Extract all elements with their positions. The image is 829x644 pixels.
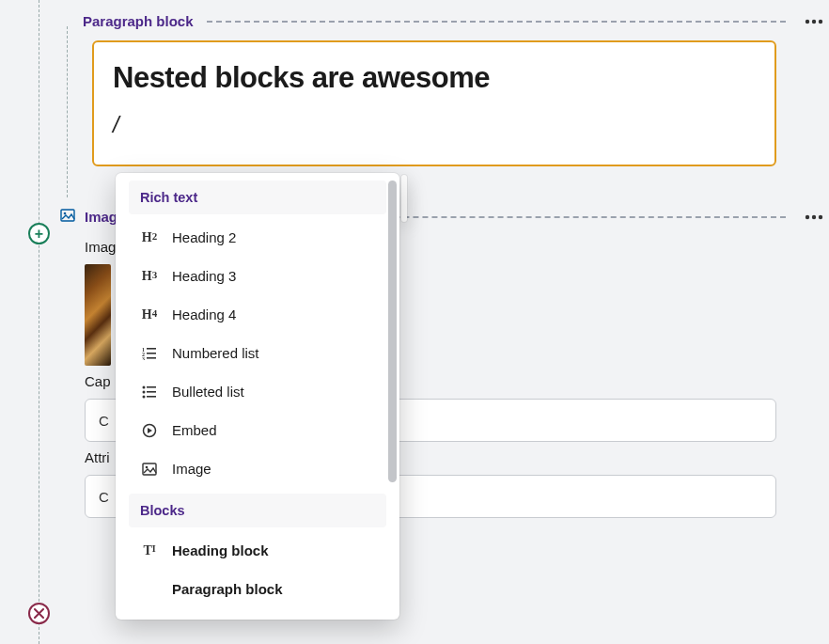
attribution-input-value: C [99,489,109,505]
close-icon [34,608,44,619]
svg-point-16 [143,390,146,393]
menu-item-heading-4[interactable]: H4 Heading 4 [116,295,399,334]
popover-shadow [401,175,407,222]
menu-item-label: Heading 2 [172,229,236,245]
image-block-title: Imag [85,209,117,225]
svg-text:3: 3 [142,356,145,360]
more-horizontal-icon [805,19,823,24]
slash-command-input[interactable]: / [113,112,756,138]
paragraph-block-title: Paragraph block [83,13,194,29]
svg-point-14 [143,385,146,388]
slash-command-menu: Rich text H2 Heading 2 H3 Heading 3 H4 H… [116,173,399,620]
block-actions-button[interactable] [799,211,829,224]
more-horizontal-icon [805,214,823,220]
menu-item-numbered-list[interactable]: 123 Numbered list [116,334,399,372]
menu-section-blocks: Blocks [129,494,386,527]
image-icon [140,462,159,477]
svg-point-4 [64,212,67,215]
h4-icon: H4 [140,307,159,322]
menu-item-label: Bulleted list [172,384,244,400]
numbered-list-icon: 123 [140,347,159,360]
svg-point-0 [806,19,809,23]
menu-item-label: Heading block [172,542,269,558]
image-thumbnail[interactable] [85,264,111,366]
svg-point-7 [819,214,822,218]
menu-item-paragraph-block[interactable]: Paragraph block [116,570,399,608]
svg-point-22 [146,465,149,468]
scrollbar-thumb[interactable] [388,181,397,482]
svg-point-6 [812,214,816,218]
paragraph-block-header[interactable]: Paragraph block [83,13,829,29]
menu-item-label: Numbered list [172,345,259,361]
menu-item-heading-3[interactable]: H3 Heading 3 [116,257,399,295]
h2-icon: H2 [140,230,159,245]
svg-point-1 [812,19,816,23]
menu-item-heading-block[interactable]: TI Heading block [116,531,399,570]
nested-heading[interactable]: Nested blocks are awesome [113,61,756,95]
menu-scrollbar[interactable] [388,181,397,612]
block-actions-button[interactable] [799,15,829,28]
menu-item-label: Paragraph block [172,581,283,597]
caption-input-value: C [99,413,109,429]
heading-block-icon: TI [140,543,159,558]
menu-item-bulleted-list[interactable]: Bulleted list [116,372,399,411]
divider [207,21,786,23]
paragraph-block-body[interactable]: Nested blocks are awesome / [92,40,776,166]
svg-point-5 [806,214,809,218]
plus-icon: + [35,226,43,243]
svg-point-18 [143,395,146,398]
add-block-button[interactable]: + [28,223,50,244]
remove-block-button[interactable] [28,603,50,624]
svg-rect-15 [147,386,156,388]
svg-rect-13 [147,357,156,359]
menu-item-image[interactable]: Image [116,449,399,488]
menu-item-label: Embed [172,422,217,438]
image-icon [60,208,75,226]
menu-item-embed[interactable]: Embed [116,411,399,449]
h3-icon: H3 [140,269,159,284]
svg-rect-11 [147,353,156,354]
menu-item-label: Image [172,461,211,477]
svg-point-2 [819,19,822,23]
menu-section-rich-text: Rich text [129,181,386,214]
menu-item-label: Heading 4 [172,306,236,322]
bulleted-list-icon [140,385,159,399]
menu-item-heading-2[interactable]: H2 Heading 2 [116,218,399,257]
svg-rect-17 [147,391,156,393]
svg-rect-9 [147,348,156,350]
embed-icon [140,423,159,438]
menu-item-label: Heading 3 [172,268,236,284]
svg-rect-19 [147,396,156,398]
